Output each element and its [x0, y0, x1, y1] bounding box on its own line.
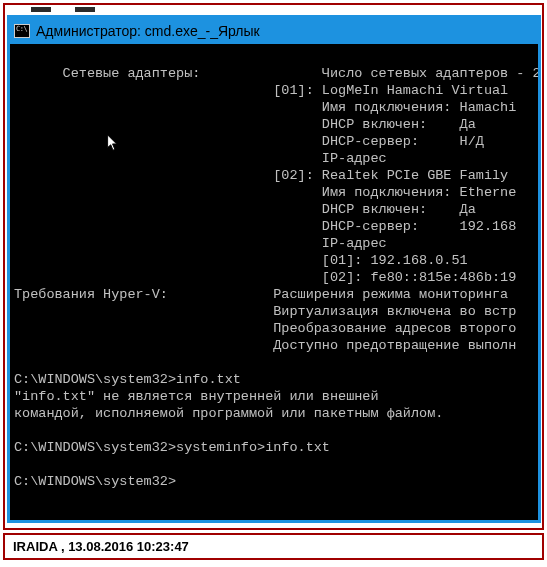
- caption-box: IRAIDA , 13.08.2016 10:23:47: [3, 533, 544, 560]
- screenshot-frame: Администратор: cmd.exe_-_Ярлык Сетевые а…: [3, 3, 544, 530]
- caption-datetime: 13.08.2016 10:23:47: [68, 539, 189, 554]
- cmd-icon: [14, 24, 30, 38]
- window-title: Администратор: cmd.exe_-_Ярлык: [36, 23, 260, 39]
- terminal-output[interactable]: Сетевые адаптеры: Число сетевых адаптеро…: [10, 44, 538, 522]
- cmd-window: Администратор: cmd.exe_-_Ярлык Сетевые а…: [7, 15, 541, 523]
- taskbar-stub: [7, 7, 540, 15]
- caption-author: IRAIDA: [13, 539, 61, 554]
- mouse-cursor-icon: [106, 134, 120, 152]
- title-bar[interactable]: Администратор: cmd.exe_-_Ярлык: [10, 18, 538, 44]
